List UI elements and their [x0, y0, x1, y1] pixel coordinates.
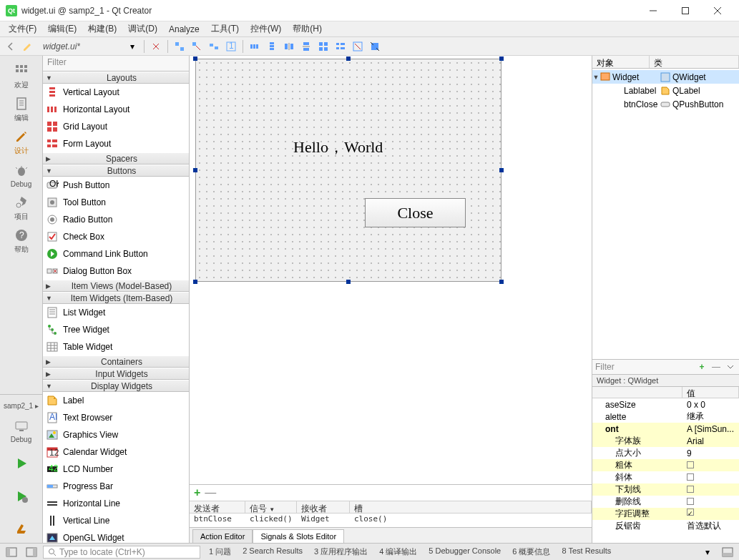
widgetbox-group-0[interactable]: ▼Layouts	[43, 72, 189, 84]
debug-run-button[interactable]	[4, 483, 39, 510]
add-property-button[interactable]: +	[696, 361, 708, 373]
mode-edit[interactable]: 编辑	[4, 96, 39, 123]
close-form-button[interactable]	[148, 39, 164, 54]
mode-design[interactable]: 设计	[4, 129, 39, 156]
layout-grid-button[interactable]	[315, 39, 331, 54]
property-row-9[interactable]: 字距调整	[592, 508, 739, 520]
signal-row[interactable]: btnClose clicked() Widget close()	[190, 514, 592, 525]
remove-property-button[interactable]: —	[710, 361, 722, 373]
widgetbox-item-label[interactable]: Label	[43, 392, 189, 409]
mode-projects[interactable]: 项目	[4, 195, 39, 222]
property-row-1[interactable]: alette继承	[592, 411, 739, 423]
widgetbox-item-calendar-widget[interactable]: 12Calendar Widget	[43, 443, 189, 461]
maximize-button[interactable]	[669, 0, 701, 21]
form-widget[interactable]: Hello，World Close	[195, 59, 501, 282]
widgetbox-item-horizontal-line[interactable]: Horizontal Line	[43, 495, 189, 512]
form-hello-label[interactable]: Hello，World	[293, 137, 383, 158]
status-pane-5[interactable]: 6 概要信息	[506, 545, 556, 559]
edit-buddies-button[interactable]	[206, 39, 222, 54]
menu-item-2[interactable]: 构建(B)	[82, 21, 122, 36]
mode-help[interactable]: ?帮助	[4, 227, 39, 255]
layout-hsplit-button[interactable]	[281, 39, 297, 54]
project-selector[interactable]: samp2_1 ▸	[1, 401, 41, 411]
close-button[interactable]	[701, 0, 733, 21]
widgetbox-group-3[interactable]: ▶Item Views (Model-Based)	[43, 280, 189, 292]
property-row-6[interactable]: 斜体	[592, 471, 739, 483]
form-close-button[interactable]: Close	[365, 198, 466, 227]
widgetbox-item-lcd-number[interactable]: 42LCD Number	[43, 461, 189, 478]
status-pane-3[interactable]: 4 编译输出	[373, 545, 423, 559]
menu-item-1[interactable]: 编辑(E)	[42, 21, 82, 36]
prop-header-value[interactable]: 值	[682, 387, 739, 398]
edit-widgets-button[interactable]	[172, 39, 187, 54]
obj-header-class[interactable]: 类	[650, 56, 739, 68]
status-pane-4[interactable]: 5 Debugger Console	[423, 545, 506, 559]
widgetbox-group-7[interactable]: ▼Display Widgets	[43, 380, 189, 392]
output-dropdown-icon[interactable]: ▾	[699, 545, 716, 559]
design-canvas[interactable]: Hello，World Close	[190, 56, 592, 484]
build-button[interactable]	[4, 516, 39, 543]
widgetbox-item-tree-widget[interactable]: Tree Widget	[43, 321, 189, 338]
property-row-5[interactable]: 粗体	[592, 459, 739, 471]
dropdown-icon[interactable]: ▾	[124, 39, 140, 54]
widgetbox-item-list-widget[interactable]: List Widget	[43, 304, 189, 321]
adjust-size-button[interactable]	[367, 39, 383, 54]
toggle-right-pane-button[interactable]	[23, 545, 40, 559]
status-pane-6[interactable]: 8 Test Results	[556, 545, 617, 559]
status-pane-1[interactable]: 2 Search Results	[237, 545, 308, 559]
edit-taborder-button[interactable]: 1	[223, 39, 239, 54]
widgetbox-item-vertical-layout[interactable]: Vertical Layout	[43, 84, 189, 101]
toggle-bottom-pane-button[interactable]	[719, 545, 736, 559]
widgetbox-item-progress-bar[interactable]: Progress Bar	[43, 478, 189, 495]
widgetbox-group-6[interactable]: ▶Input Widgets	[43, 368, 189, 380]
object-row-btnClose[interactable]: btnCloseQPushButton	[592, 97, 739, 111]
widgetbox-item-dialog-button-box[interactable]: Dialog Button Box	[43, 262, 189, 280]
property-row-2[interactable]: ontA [SimSun...	[592, 423, 739, 435]
back-button[interactable]	[3, 39, 19, 54]
property-row-7[interactable]: 下划线	[592, 483, 739, 496]
widgetbox-item-check-box[interactable]: Check Box	[43, 228, 189, 245]
run-button[interactable]	[4, 450, 39, 477]
property-settings-icon[interactable]	[725, 361, 736, 373]
status-pane-2[interactable]: 3 应用程序输出	[308, 545, 373, 559]
layout-form-button[interactable]	[333, 39, 348, 54]
property-row-10[interactable]: 反锯齿首选默认	[592, 520, 739, 532]
widgetbox-group-4[interactable]: ▼Item Widgets (Item-Based)	[43, 292, 189, 304]
kit-selector[interactable]: Debug	[4, 417, 39, 444]
widgetbox-group-2[interactable]: ▼Buttons	[43, 164, 189, 177]
layout-horizontal-button[interactable]	[247, 39, 263, 54]
menu-item-0[interactable]: 文件(F)	[3, 21, 42, 36]
widgetbox-item-form-layout[interactable]: Form Layout	[43, 135, 189, 152]
widgetbox-item-command-link-button[interactable]: Command Link Button	[43, 245, 189, 262]
mode-welcome[interactable]: 欢迎	[4, 63, 39, 90]
widgetbox-item-vertical-line[interactable]: Vertical Line	[43, 512, 189, 529]
add-signal-button[interactable]: +	[194, 486, 200, 499]
menu-item-4[interactable]: Analyze	[163, 23, 205, 36]
menu-item-5[interactable]: 工具(T)	[205, 21, 245, 36]
widgetbox-item-opengl-widget[interactable]: OpenGL Widget	[43, 529, 189, 543]
mode-debug[interactable]: Debug	[4, 162, 39, 189]
edit-signals-button[interactable]	[189, 39, 205, 54]
menu-item-7[interactable]: 帮助(H)	[287, 21, 328, 36]
minimize-button[interactable]	[637, 0, 669, 21]
property-table[interactable]: 值 aseSize0 x 0alette继承ontA [SimSun...字体族…	[592, 387, 739, 543]
property-row-4[interactable]: 点大小9	[592, 447, 739, 459]
widgetbox-item-radio-button[interactable]: Radio Button	[43, 211, 189, 228]
widgetbox-item-table-widget[interactable]: Table Widget	[43, 338, 189, 355]
widgetbox-item-grid-layout[interactable]: Grid Layout	[43, 118, 189, 135]
object-row-Widget[interactable]: ▼WidgetQWidget	[592, 70, 739, 84]
edit-icon[interactable]	[20, 39, 36, 54]
property-filter-input[interactable]: Filter	[595, 362, 693, 372]
widgetbox-item-text-browser[interactable]: AIText Browser	[43, 409, 189, 426]
col-slot[interactable]: 槽	[350, 501, 592, 513]
locator-input[interactable]: Type to locate (Ctrl+K)	[43, 546, 200, 559]
tab-action-editor[interactable]: Action Editor	[192, 529, 253, 543]
remove-signal-button[interactable]: —	[205, 486, 216, 499]
widgetbox-item-push-button[interactable]: OKPush Button	[43, 177, 189, 194]
obj-header-object[interactable]: 对象	[592, 56, 650, 68]
menu-item-3[interactable]: 调试(D)	[122, 21, 163, 36]
signals-table[interactable]: 发送者 信号 ▼ 接收者 槽 btnClose clicked() Widget…	[190, 501, 592, 527]
break-layout-button[interactable]	[350, 39, 366, 54]
col-receiver[interactable]: 接收者	[297, 501, 350, 513]
widgetbox-filter[interactable]: Filter	[43, 56, 189, 72]
